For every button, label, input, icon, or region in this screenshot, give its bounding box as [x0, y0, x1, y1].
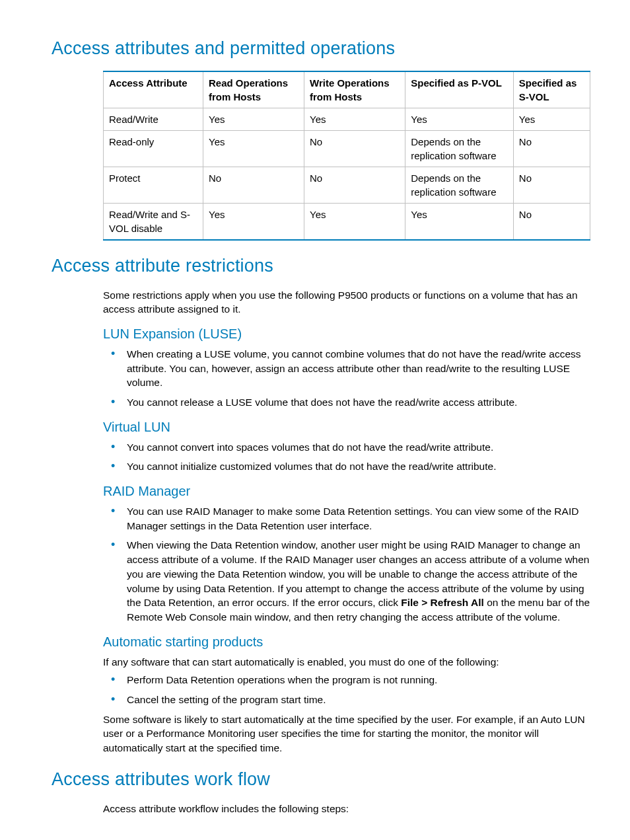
auto-outro: Some software is likely to start automat… [103, 712, 590, 755]
heading-luse: LUN Expansion (LUSE) [103, 325, 590, 343]
table-cell: Yes [203, 130, 304, 167]
table-cell: Yes [304, 108, 405, 130]
auto-list: Perform Data Retention operations when t… [103, 673, 590, 706]
table-cell: Yes [405, 203, 514, 240]
table-header-row: Access Attribute Read Operations from Ho… [104, 71, 590, 108]
list-item: When viewing the Data Retention window, … [123, 538, 590, 624]
list-item: You can use RAID Manager to make some Da… [123, 504, 590, 533]
table-header: Specified as P-VOL [405, 71, 514, 108]
raid-list: You can use RAID Manager to make some Da… [103, 504, 590, 625]
table-row: Protect No No Depends on the replication… [104, 167, 590, 203]
vlun-list: You cannot convert into spaces volumes t… [103, 440, 590, 474]
heading-workflow: Access attributes work flow [52, 767, 590, 792]
table-cell: Read/Write [104, 108, 203, 130]
table-cell: No [513, 203, 590, 240]
list-item: You cannot initialize customized volumes… [123, 459, 590, 474]
list-item: Perform Data Retention operations when t… [123, 673, 590, 687]
table-cell: Read/Write and S-VOL disable [104, 203, 203, 240]
auto-intro: If any software that can start automatic… [103, 655, 590, 669]
list-item: When creating a LUSE volume, you cannot … [123, 347, 590, 390]
list-item: Cancel the setting of the program start … [123, 693, 590, 707]
table-header: Write Operations from Hosts [304, 71, 405, 108]
table-cell: Yes [203, 203, 304, 240]
table-cell: Yes [513, 108, 590, 130]
list-item: You cannot convert into spaces volumes t… [123, 440, 590, 455]
restrictions-intro: Some restrictions apply when you use the… [103, 288, 590, 317]
table-cell: Yes [405, 108, 514, 130]
heading-restrictions: Access attribute restrictions [52, 254, 590, 279]
access-attributes-table: Access Attribute Read Operations from Ho… [103, 71, 590, 241]
table-header: Read Operations from Hosts [203, 71, 304, 108]
table-cell: Read-only [104, 130, 203, 167]
table-header: Access Attribute [104, 71, 203, 108]
table-cell: No [513, 167, 590, 203]
luse-list: When creating a LUSE volume, you cannot … [103, 347, 590, 410]
table-cell: Depends on the replication software [405, 167, 514, 203]
table-cell: Yes [203, 108, 304, 130]
table-row: Read/Write Yes Yes Yes Yes [104, 108, 590, 130]
table-cell: Yes [304, 203, 405, 240]
table-header: Specified as S-VOL [513, 71, 590, 108]
table-cell: Depends on the replication software [405, 130, 514, 167]
table-cell: Protect [104, 167, 203, 203]
heading-raid-manager: RAID Manager [103, 482, 590, 500]
table-cell: No [513, 130, 590, 167]
table-row: Read-only Yes No Depends on the replicat… [104, 130, 590, 167]
raid-text-bold: File > Refresh All [401, 597, 484, 608]
table-cell: No [304, 130, 405, 167]
table-row: Read/Write and S-VOL disable Yes Yes Yes… [104, 203, 590, 240]
workflow-intro: Access attribute workflow includes the f… [103, 802, 590, 816]
heading-permitted-operations: Access attributes and permitted operatio… [52, 36, 590, 61]
table-cell: No [203, 167, 304, 203]
table-cell: No [304, 167, 405, 203]
heading-virtual-lun: Virtual LUN [103, 418, 590, 436]
list-item: You cannot release a LUSE volume that do… [123, 395, 590, 410]
heading-automatic-starting: Automatic starting products [103, 632, 590, 651]
